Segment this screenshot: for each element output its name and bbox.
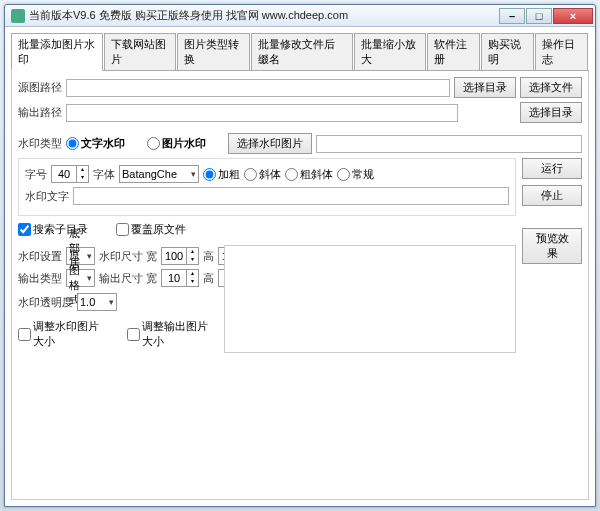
wm-text-label: 水印文字 — [25, 189, 69, 204]
font-label: 字体 — [93, 167, 115, 182]
wm-image-path-input[interactable] — [316, 135, 582, 153]
maximize-button[interactable]: □ — [526, 8, 552, 24]
out-path-label: 输出路径 — [18, 105, 62, 120]
out-type-combo[interactable]: 原图格式 — [66, 269, 95, 287]
minimize-button[interactable]: – — [499, 8, 525, 24]
src-path-label: 源图路径 — [18, 80, 62, 95]
out-size-label: 输出尺寸 宽 — [99, 271, 157, 286]
wm-type-label: 水印类型 — [18, 136, 62, 151]
tab-rename-ext[interactable]: 批量修改文件后缀名 — [251, 33, 353, 70]
window-title: 当前版本V9.6 免费版 购买正版终身使用 找官网 www.chdeep.com — [29, 8, 498, 23]
tab-purchase[interactable]: 购买说明 — [481, 33, 534, 70]
radio-bold-italic[interactable]: 粗斜体 — [285, 167, 333, 182]
out-path-input[interactable] — [66, 104, 458, 122]
tab-strip: 批量添加图片水印 下载网站图片 图片类型转换 批量修改文件后缀名 批量缩小放大 … — [11, 33, 589, 71]
wm-pos-label: 水印设置 — [18, 249, 62, 264]
run-button[interactable]: 运行 — [522, 158, 582, 179]
font-size-spinner[interactable]: ▴▾ — [51, 165, 89, 183]
tab-panel: 源图路径 选择目录 选择文件 输出路径 x 选择目录 水印类型 文字水印 图片水… — [11, 71, 589, 500]
opacity-combo[interactable]: 1.0 — [77, 293, 117, 311]
out-type-label: 输出类型 — [18, 271, 62, 286]
out-select-dir-button[interactable]: 选择目录 — [520, 102, 582, 123]
font-combo[interactable]: BatangChe — [119, 165, 199, 183]
tab-log[interactable]: 操作日志 — [535, 33, 588, 70]
check-overwrite[interactable]: 覆盖原文件 — [116, 222, 186, 237]
wm-width-spinner[interactable]: ▴▾ — [161, 247, 199, 265]
font-group: 字号 ▴▾ 字体 BatangChe 加粗 斜体 粗斜体 常规 水印文字 — [18, 158, 516, 216]
stop-button[interactable]: 停止 — [522, 185, 582, 206]
tab-add-watermark[interactable]: 批量添加图片水印 — [11, 33, 103, 71]
tab-convert-type[interactable]: 图片类型转换 — [177, 33, 249, 70]
radio-text-watermark[interactable]: 文字水印 — [66, 136, 125, 151]
src-select-file-button[interactable]: 选择文件 — [520, 77, 582, 98]
radio-regular[interactable]: 常规 — [337, 167, 374, 182]
select-wm-image-button[interactable]: 选择水印图片 — [228, 133, 312, 154]
tab-download-images[interactable]: 下载网站图片 — [104, 33, 176, 70]
close-button[interactable]: × — [553, 8, 593, 24]
titlebar[interactable]: 当前版本V9.6 免费版 购买正版终身使用 找官网 www.chdeep.com… — [5, 5, 595, 27]
preview-area — [224, 245, 516, 353]
app-icon — [11, 9, 25, 23]
wm-size-label: 水印尺寸 宽 — [99, 249, 157, 264]
out-width-spinner[interactable]: ▴▾ — [161, 269, 199, 287]
check-adj-wm-size[interactable]: 调整水印图片大小 — [18, 319, 109, 349]
font-size-label: 字号 — [25, 167, 47, 182]
wm-text-input[interactable] — [73, 187, 509, 205]
radio-italic[interactable]: 斜体 — [244, 167, 281, 182]
main-window: 当前版本V9.6 免费版 购买正版终身使用 找官网 www.chdeep.com… — [4, 4, 596, 507]
tab-resize[interactable]: 批量缩小放大 — [354, 33, 426, 70]
radio-bold[interactable]: 加粗 — [203, 167, 240, 182]
client-area: 批量添加图片水印 下载网站图片 图片类型转换 批量修改文件后缀名 批量缩小放大 … — [5, 27, 595, 506]
src-select-dir-button[interactable]: 选择目录 — [454, 77, 516, 98]
src-path-input[interactable] — [66, 79, 450, 97]
preview-button[interactable]: 预览效果 — [522, 228, 582, 264]
tab-register[interactable]: 软件注册 — [427, 33, 480, 70]
radio-image-watermark[interactable]: 图片水印 — [147, 136, 206, 151]
check-adj-out-size[interactable]: 调整输出图片大小 — [127, 319, 218, 349]
opacity-label: 水印透明度 — [18, 295, 73, 310]
